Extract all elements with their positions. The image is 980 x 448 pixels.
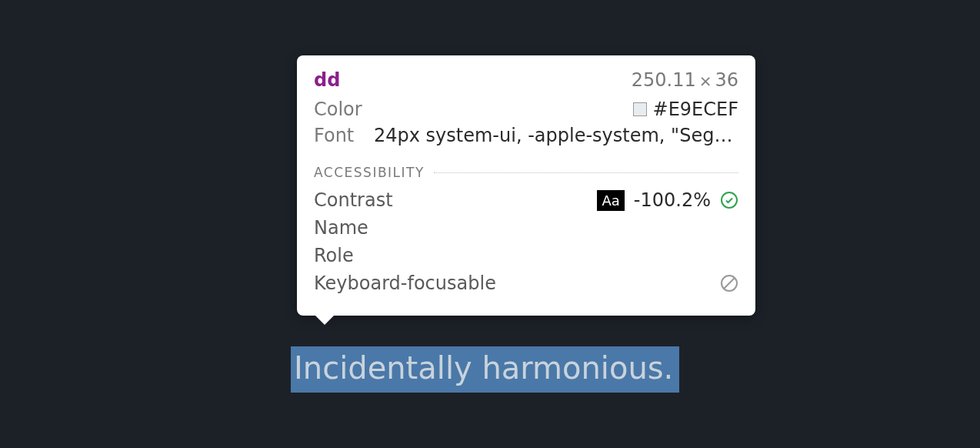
name-label: Name (314, 217, 368, 239)
color-swatch-icon (633, 102, 647, 116)
contrast-value: -100.2% (634, 189, 711, 211)
role-row: Role (314, 245, 738, 266)
dimension-separator: × (699, 72, 712, 90)
element-tag-name: dd (314, 69, 340, 91)
color-label: Color (314, 99, 368, 120)
role-label: Role (314, 245, 354, 266)
color-property-row: Color #E9ECEF (314, 99, 738, 120)
contrast-label: Contrast (314, 189, 393, 211)
contrast-sample-badge: Aa (597, 190, 624, 211)
section-divider (434, 172, 738, 173)
name-row: Name (314, 217, 738, 239)
font-property-row: Font 24px system-ui, -apple-system, "Seg… (314, 125, 738, 146)
color-value-wrap: #E9ECEF (633, 99, 738, 120)
keyboard-focusable-label: Keyboard-focusable (314, 272, 496, 294)
font-label: Font (314, 125, 368, 146)
not-applicable-icon (720, 274, 738, 293)
accessibility-title: ACCESSIBILITY (314, 165, 425, 180)
accessibility-section-header: ACCESSIBILITY (314, 165, 738, 180)
check-circle-icon (720, 191, 738, 209)
dimension-width: 250.11 (632, 69, 696, 91)
font-value: 24px system-ui, -apple-system, "Segoe… (374, 125, 738, 146)
contrast-row: Contrast Aa -100.2% (314, 189, 738, 211)
contrast-value-wrap: Aa -100.2% (597, 189, 738, 211)
dimension-height: 36 (715, 69, 738, 91)
color-value: #E9ECEF (653, 99, 738, 120)
svg-point-0 (722, 192, 737, 208)
inspector-tooltip: dd 250.11×36 Color #E9ECEF Font 24px sys… (297, 55, 755, 316)
keyboard-focusable-row: Keyboard-focusable (314, 272, 738, 294)
svg-line-2 (724, 278, 735, 289)
tooltip-header: dd 250.11×36 (314, 69, 738, 91)
highlighted-element[interactable]: Incidentally harmonious. (291, 346, 679, 393)
element-dimensions: 250.11×36 (632, 69, 738, 91)
